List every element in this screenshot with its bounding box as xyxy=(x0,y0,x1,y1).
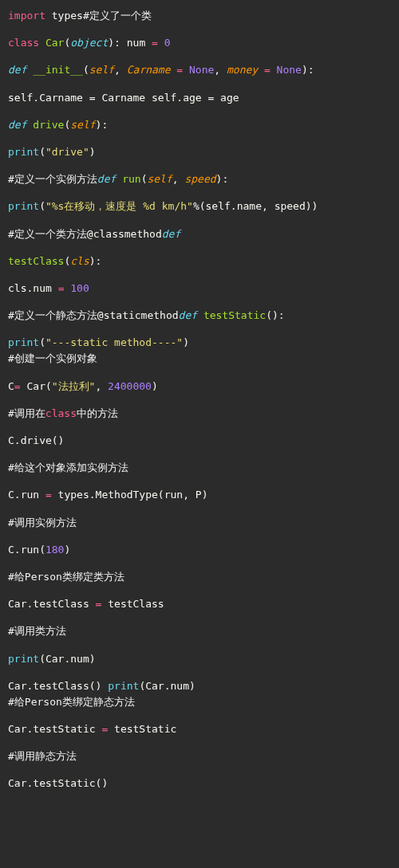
keyword-class: class xyxy=(8,37,39,49)
func-name: testStatic xyxy=(197,309,266,321)
text: C.run xyxy=(8,489,45,501)
text: ) xyxy=(183,336,189,348)
text: ) xyxy=(64,544,70,556)
code-line: #定义一个静态方法@staticmethoddef testStatic(): xyxy=(8,308,391,324)
code-editor[interactable]: import types#定义了一个类 class Car(object): n… xyxy=(8,8,391,792)
text: , xyxy=(114,64,127,76)
text: types xyxy=(45,10,83,22)
func-name: run xyxy=(116,173,140,185)
text: ( xyxy=(83,64,89,76)
keyword-def: def xyxy=(179,309,197,321)
text: , xyxy=(172,173,185,185)
code-line: testClass(cls): xyxy=(8,253,391,269)
keyword-def: def xyxy=(8,119,26,131)
keyword-def: def xyxy=(162,228,180,240)
class-name: Car xyxy=(39,37,64,49)
operator: = xyxy=(14,380,21,392)
operator: = xyxy=(176,64,183,76)
text: Car( xyxy=(21,380,52,392)
text: ( xyxy=(39,200,45,212)
decorator: @staticmethod xyxy=(97,309,179,321)
text xyxy=(258,64,264,76)
func-call: print xyxy=(8,653,39,665)
text xyxy=(271,64,277,76)
code-line: Car.testClass = testClass xyxy=(8,596,391,612)
text: C xyxy=(8,380,14,392)
text: (Car.num) xyxy=(139,680,195,692)
code-line: class Car(object): num = 0 xyxy=(8,35,391,51)
code-line: print("drive") xyxy=(8,144,391,160)
func-name: __init__ xyxy=(26,64,82,76)
param-self: self xyxy=(70,119,95,131)
comment: #调用实例方法 xyxy=(8,515,391,531)
keyword-class: class xyxy=(45,407,77,419)
code-line: #定义一个类方法@classmethoddef xyxy=(8,226,391,242)
operator: = xyxy=(152,37,158,49)
comment: #给这个对象添加实例方法 xyxy=(8,460,391,476)
code-line: C.drive() xyxy=(8,433,391,449)
comment: #定义一个静态方法 xyxy=(8,309,97,321)
code-line: Car.testStatic = testStatic xyxy=(8,721,391,737)
text: ) xyxy=(89,146,96,158)
text: ( xyxy=(39,146,45,158)
code-line: self.Carname = Carname self.age = age xyxy=(8,90,391,106)
param-self: self xyxy=(89,64,114,76)
code-line: C.run = types.MethodType(run, P) xyxy=(8,487,391,503)
text: ) xyxy=(152,380,158,392)
text: num xyxy=(120,37,152,49)
string: "drive" xyxy=(45,146,89,158)
func-call: print xyxy=(8,200,39,212)
text: types.MethodType(run, P) xyxy=(52,489,208,501)
none-literal: None xyxy=(189,64,214,76)
code-line: Car.testStatic() xyxy=(8,776,391,791)
text: Car.testClass() xyxy=(8,680,108,692)
func-call: print xyxy=(8,336,39,348)
decorator: @classmethod xyxy=(87,228,162,240)
keyword-def: def xyxy=(97,173,116,185)
comment: 中的方法 xyxy=(77,407,118,419)
text: ): xyxy=(216,173,229,185)
text: cls.num xyxy=(8,282,58,294)
text: testStatic xyxy=(108,723,176,735)
text: ): xyxy=(108,37,120,49)
code-line: Car.testClass() print(Car.num) xyxy=(8,678,391,694)
number: 100 xyxy=(64,282,89,294)
comment: #调用静态方法 xyxy=(8,748,391,764)
string: "---static method----" xyxy=(45,336,183,348)
comment: #给Person类绑定类方法 xyxy=(8,569,391,585)
number: 180 xyxy=(45,544,64,556)
text: ): xyxy=(89,255,102,267)
comment: #创建一个实例对象 xyxy=(8,351,391,367)
text: ( xyxy=(39,336,45,348)
code-line: #定义一个实例方法def run(self, speed): xyxy=(8,171,391,187)
code-line: import types#定义了一个类 xyxy=(8,8,391,24)
text: %(self.name, speed)) xyxy=(193,200,318,212)
param: cls xyxy=(70,255,89,267)
text: Car.testClass xyxy=(8,598,96,610)
string: "法拉利" xyxy=(52,380,96,392)
comment: #给Person类绑定静态方法 xyxy=(8,694,391,710)
operator: = xyxy=(264,64,271,76)
code-line: print("%s在移动，速度是 %d km/h"%(self.name, sp… xyxy=(8,198,391,214)
comment: #定义一个类方法 xyxy=(8,228,87,240)
text xyxy=(183,64,189,76)
text: Car.testStatic xyxy=(8,723,101,735)
keyword-def: def xyxy=(8,64,26,76)
func-name: testClass xyxy=(8,255,64,267)
code-line: C.run(180) xyxy=(8,542,391,558)
string: "%s在移动，速度是 %d km/h" xyxy=(45,200,193,212)
operator: = xyxy=(45,489,52,501)
func-call: print xyxy=(8,146,39,158)
keyword-import: import xyxy=(8,10,45,22)
param: speed xyxy=(184,173,215,185)
param: Carname xyxy=(127,64,171,76)
text: ): xyxy=(302,64,314,76)
param: money xyxy=(227,64,258,76)
code-line: print(Car.num) xyxy=(8,651,391,667)
comment: #调用在 xyxy=(8,407,45,419)
func-name: drive xyxy=(26,119,64,131)
keyword-object: object xyxy=(70,37,108,49)
text: ): xyxy=(96,119,109,131)
text: testClass xyxy=(101,598,164,610)
code-line: def drive(self): xyxy=(8,117,391,133)
